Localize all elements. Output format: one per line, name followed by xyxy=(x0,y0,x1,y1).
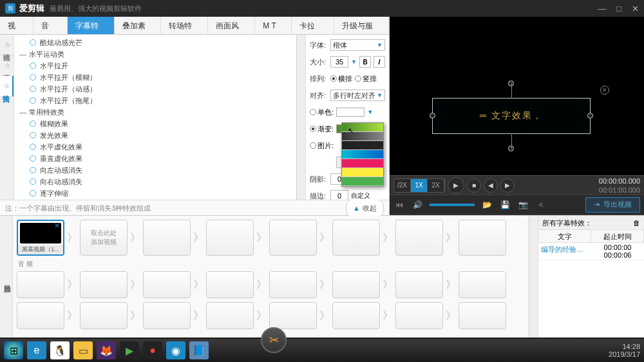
effect-tree[interactable]: 酷炫动感光芒—水平运动类水平拉开水平拉开（模糊）水平拉开（动感）水平拉开（拖尾）… xyxy=(14,35,296,200)
timeline-tracks[interactable]: ✕黑幕视频（1...》双击此处添加视频》》》》》》 音 频 》》》》》》》 》》… xyxy=(13,216,529,338)
audio-clip-slot[interactable] xyxy=(80,271,128,298)
remove-clip-icon[interactable]: ✕ xyxy=(54,222,62,229)
collapse-button[interactable]: ▲收起 xyxy=(346,199,384,217)
rewind-icon[interactable]: ⏮ xyxy=(393,199,405,211)
open-icon[interactable]: 📂 xyxy=(481,199,493,211)
volume-icon[interactable]: 🔊 xyxy=(412,199,423,211)
tree-item[interactable]: 水平拉开 xyxy=(14,60,296,71)
chevron-down-icon[interactable]: ▼ xyxy=(367,109,373,115)
audio-clip-slot[interactable] xyxy=(459,271,506,298)
stop-button[interactable]: ■ xyxy=(467,178,481,193)
side-tab-stay[interactable]: ☆停留特效 xyxy=(0,55,14,76)
tab-upgrade[interactable]: 升级与服务 xyxy=(334,17,389,34)
video-clip-slot[interactable] xyxy=(332,220,380,256)
minimize-icon[interactable]: — xyxy=(598,4,606,14)
taskbar-app2-icon[interactable]: ◉ xyxy=(166,341,185,359)
tree-item[interactable]: 模糊效果 xyxy=(14,118,296,129)
audio-clip-slot[interactable] xyxy=(17,271,64,298)
video-clip-slot[interactable] xyxy=(395,220,443,256)
tab-overlay[interactable]: 叠加素材 xyxy=(115,17,162,34)
tree-item[interactable]: —常用特效类 xyxy=(14,106,296,118)
speed-2x-button[interactable]: 2X xyxy=(428,179,444,192)
gradient-swatch[interactable] xyxy=(342,159,383,168)
taskbar-ie-icon[interactable]: e xyxy=(27,341,46,359)
audio-clip-slot[interactable] xyxy=(143,271,191,298)
italic-button[interactable]: I xyxy=(374,56,385,68)
side-tab-appear[interactable]: ☆出现特效 xyxy=(0,35,14,55)
subtitle-row[interactable]: 编导的经验文... 00:00:0000:00:06 xyxy=(538,243,644,260)
radio-solid-color[interactable]: 单色: xyxy=(310,108,334,117)
audio-clip-slot[interactable] xyxy=(332,302,380,329)
audio-clip-slot[interactable] xyxy=(206,271,254,298)
chevron-down-icon[interactable]: ▼ xyxy=(351,59,357,65)
tree-item[interactable]: 逐字伸缩 xyxy=(14,187,296,199)
audio-clip-slot[interactable] xyxy=(269,271,317,298)
radio-gradient-color[interactable]: 渐变: xyxy=(310,124,334,134)
tree-item[interactable]: 水平拉开（动感） xyxy=(14,83,296,95)
audio-clip-slot[interactable] xyxy=(269,302,317,329)
solid-color-box[interactable] xyxy=(336,108,365,117)
tab-style[interactable]: 画面风格 xyxy=(208,17,255,34)
tree-item[interactable]: 发光效果 xyxy=(14,129,296,141)
export-button[interactable]: ⇥导出视频 xyxy=(585,197,640,213)
taskbar-app-icon[interactable]: ▭ xyxy=(73,341,93,359)
cut-button[interactable]: ✂ xyxy=(261,327,287,353)
taskbar-notes-icon[interactable]: 📘 xyxy=(189,341,209,359)
audio-clip-slot[interactable] xyxy=(143,302,191,329)
video-clip-slot[interactable] xyxy=(143,220,191,256)
radio-image-fill[interactable]: 图片: xyxy=(310,141,334,151)
resize-handle-left[interactable] xyxy=(430,113,435,119)
tab-video[interactable]: 视 频 xyxy=(0,17,33,34)
size-input[interactable] xyxy=(330,56,348,68)
col-text[interactable]: 文字 xyxy=(538,230,591,242)
tree-item[interactable]: 水平拉开（拖尾） xyxy=(14,95,296,106)
taskbar-firefox-icon[interactable]: 🦊 xyxy=(97,341,116,359)
audio-clip-slot[interactable] xyxy=(17,302,64,329)
tab-transition[interactable]: 转场特效 xyxy=(161,17,208,34)
tree-item[interactable]: 酷炫动感光芒 xyxy=(14,37,296,48)
audio-clip-slot[interactable] xyxy=(332,271,380,298)
maximize-icon[interactable]: □ xyxy=(616,4,621,14)
tree-item[interactable]: 水平虚化效果 xyxy=(14,141,296,153)
tab-audio[interactable]: 音 频 xyxy=(33,17,67,34)
resize-handle-right[interactable] xyxy=(587,113,593,119)
audio-clip-slot[interactable] xyxy=(395,271,443,298)
next-frame-button[interactable]: ▶ xyxy=(500,178,515,193)
audio-clip-slot[interactable] xyxy=(459,302,506,329)
tree-item[interactable]: 向左动感消失 xyxy=(14,164,296,176)
tree-item[interactable]: 向右动感消失 xyxy=(14,176,296,187)
gradient-swatch[interactable] xyxy=(342,168,383,177)
tree-item[interactable]: —水平运动类 xyxy=(14,48,296,60)
tree-item[interactable]: 垂直虚化效果 xyxy=(14,153,296,164)
bold-button[interactable]: B xyxy=(359,56,371,68)
stroke-input[interactable] xyxy=(330,190,348,200)
radio-horizontal[interactable]: 横排 xyxy=(330,74,352,84)
video-clip-slot[interactable]: ✕黑幕视频（1... xyxy=(17,220,64,256)
radio-vertical[interactable]: 竖排 xyxy=(355,74,377,84)
preview-canvas[interactable]: ═ 文字效果， ✕ xyxy=(393,21,640,171)
save-icon[interactable]: 💾 xyxy=(499,199,511,211)
gradient-swatch[interactable] xyxy=(342,177,383,186)
start-button[interactable]: ⊞ xyxy=(4,341,23,359)
tab-mtv[interactable]: M T V xyxy=(255,17,292,34)
tab-karaoke[interactable]: 卡拉OK xyxy=(292,17,334,34)
justify-select[interactable]: 多行时左对齐▼ xyxy=(330,90,385,101)
taskbar-qq-icon[interactable]: 🐧 xyxy=(50,341,70,359)
prev-frame-button[interactable]: ◀ xyxy=(484,178,498,193)
gradient-swatch[interactable] xyxy=(342,150,383,159)
play-button[interactable]: ▶ xyxy=(448,177,464,194)
delete-icon[interactable]: ✕ xyxy=(600,86,609,95)
audio-clip-slot[interactable] xyxy=(80,302,128,329)
taskbar[interactable]: ⊞ e 🐧 ▭ 🦊 ▶ ● ◉ 📘 14:28 2019/3/17 xyxy=(0,339,644,362)
video-clip-slot[interactable] xyxy=(459,220,506,256)
tab-subtitle-effects[interactable]: 字幕特效 xyxy=(68,17,115,34)
audio-clip-slot[interactable] xyxy=(395,302,443,329)
video-clip-slot[interactable] xyxy=(269,220,317,256)
timeline-scrollbar[interactable] xyxy=(529,216,538,338)
tree-item[interactable]: 水平拉开（模糊） xyxy=(14,71,296,83)
gradient-swatch[interactable] xyxy=(342,141,383,150)
audio-clip-slot[interactable] xyxy=(206,302,254,329)
snapshot-icon[interactable]: 📷 xyxy=(517,199,529,211)
video-clip-slot[interactable]: 双击此处添加视频 xyxy=(80,220,128,256)
col-time[interactable]: 起止时间 xyxy=(591,230,644,242)
